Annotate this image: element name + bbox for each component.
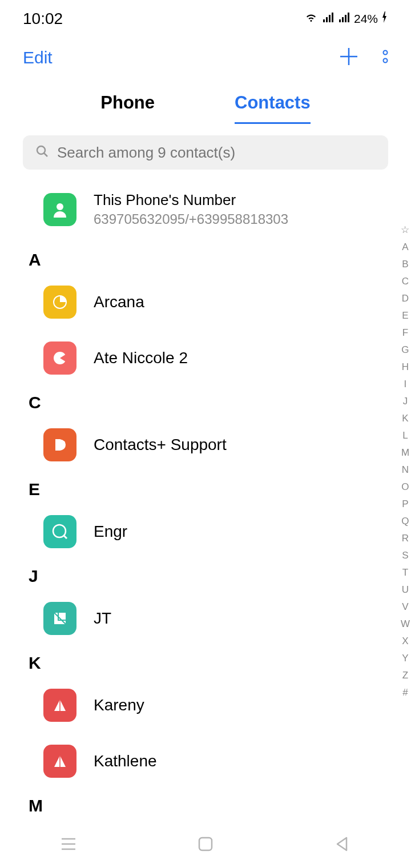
more-menu-button[interactable] [382,48,388,67]
svg-line-13 [44,153,47,156]
index-letter[interactable]: V [402,600,408,614]
index-letter[interactable]: Q [401,514,409,529]
recent-apps-button[interactable] [60,837,77,854]
index-letter[interactable]: F [402,326,408,340]
status-right: 24% [304,11,388,26]
section-header: J [23,560,388,590]
index-letter[interactable]: M [401,445,409,460]
signal-icon-2 [338,11,350,26]
contact-avatar-icon [43,341,76,375]
index-letter[interactable]: R [402,531,409,546]
index-letter[interactable]: E [402,308,408,323]
section-header: A [23,243,388,274]
contact-avatar-icon [43,689,76,722]
home-button[interactable] [197,835,214,855]
svg-point-11 [384,59,388,63]
search-input[interactable] [57,144,376,162]
contact-avatar-icon [43,745,76,778]
contact-row[interactable]: Arcana [23,274,388,330]
contact-avatar-icon [43,286,76,319]
index-letter[interactable]: U [402,582,409,597]
index-letter[interactable]: # [402,685,408,700]
index-letter[interactable]: X [402,634,408,649]
section-header: M [23,789,388,820]
my-number-value: 639705632095/+639958818303 [94,211,288,227]
svg-rect-1 [326,17,328,22]
section-header: K [23,646,388,677]
index-letter[interactable]: L [402,428,408,443]
edit-button[interactable]: Edit [23,48,53,67]
contact-avatar-icon [43,515,76,548]
svg-rect-7 [348,13,349,22]
signal-icon [322,11,335,26]
index-letter[interactable]: W [401,617,410,632]
svg-rect-3 [332,13,333,22]
status-bar: 10:02 24% [0,0,411,34]
svg-line-19 [63,535,67,539]
status-time: 10:02 [23,10,63,28]
add-contact-button[interactable] [338,46,360,70]
svg-rect-26 [199,838,212,850]
index-letter[interactable]: I [404,377,407,392]
contact-avatar-icon [43,428,76,461]
search-bar[interactable] [23,135,388,170]
contact-name: Arcana [94,293,144,311]
index-letter[interactable]: Z [402,668,408,683]
tab-phone[interactable]: Phone [100,93,155,124]
my-number-title: This Phone's Number [94,191,288,209]
index-letter[interactable]: D [402,291,409,306]
index-letter[interactable]: K [402,411,408,426]
my-avatar-icon [43,193,76,226]
svg-rect-2 [329,15,331,22]
section-header: E [23,473,388,504]
index-letter[interactable]: B [402,257,408,272]
tabs: Phone Contacts [0,87,411,124]
index-letter[interactable]: A [402,240,408,255]
contact-name: Ate Niccole 2 [94,349,188,367]
index-letter[interactable]: N [402,463,409,477]
index-letter[interactable]: P [402,497,408,512]
section-header: C [23,386,388,417]
svg-rect-4 [339,19,341,22]
contact-row[interactable]: Contacts+ Support [23,417,388,473]
tab-contacts[interactable]: Contacts [235,93,311,124]
svg-point-12 [37,146,45,154]
contact-name: Kareny [94,696,144,714]
index-letter[interactable]: G [401,343,409,357]
index-letter[interactable]: O [401,480,409,495]
contact-row[interactable]: Kareny [23,677,388,733]
header: Edit [0,34,411,87]
contact-name: Kathlene [94,752,157,770]
my-number-row[interactable]: This Phone's Number 639705632095/+639958… [23,181,388,243]
wifi-icon [304,11,319,26]
svg-point-10 [384,51,388,55]
battery-text: 24% [354,12,378,26]
contact-row[interactable]: Engr [23,504,388,560]
index-letter[interactable]: T [402,565,408,580]
contact-row[interactable]: Ate Niccole 2 [23,330,388,386]
index-letter[interactable]: S [402,548,408,563]
svg-rect-5 [342,17,344,22]
search-icon [35,144,49,160]
alpha-index[interactable]: ☆ ABCDEFGHIJKLMNOPQRSTUVWXYZ# [401,223,410,700]
index-letter[interactable]: Y [402,651,408,666]
index-letter[interactable]: H [402,360,409,375]
index-letter[interactable]: J [403,394,408,409]
contact-name: Contacts+ Support [94,436,227,454]
contact-avatar-icon [43,602,76,635]
index-letter[interactable]: C [402,274,409,289]
contact-name: JT [94,609,111,628]
navigation-bar [0,822,411,868]
svg-rect-17 [55,439,60,451]
star-icon[interactable]: ☆ [401,223,409,238]
svg-point-14 [57,203,63,210]
charging-icon [381,11,388,26]
contact-row[interactable]: JT [23,590,388,646]
back-button[interactable] [334,835,351,855]
svg-rect-0 [323,19,325,22]
contact-row[interactable]: Kathlene [23,733,388,789]
svg-rect-6 [345,15,346,22]
contact-name: Engr [94,523,127,541]
